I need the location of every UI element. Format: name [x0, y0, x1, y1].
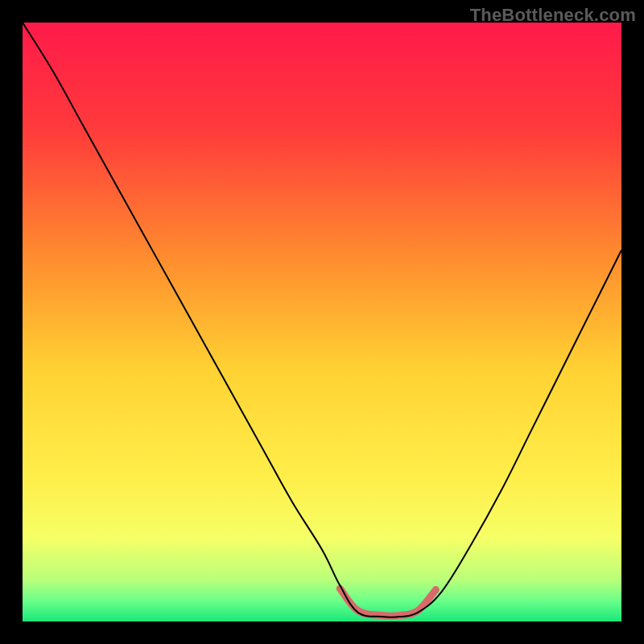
bottleneck-chart	[23, 23, 621, 621]
chart-frame: TheBottleneck.com	[0, 0, 644, 644]
plot-area	[23, 23, 621, 621]
gradient-background	[23, 23, 621, 621]
